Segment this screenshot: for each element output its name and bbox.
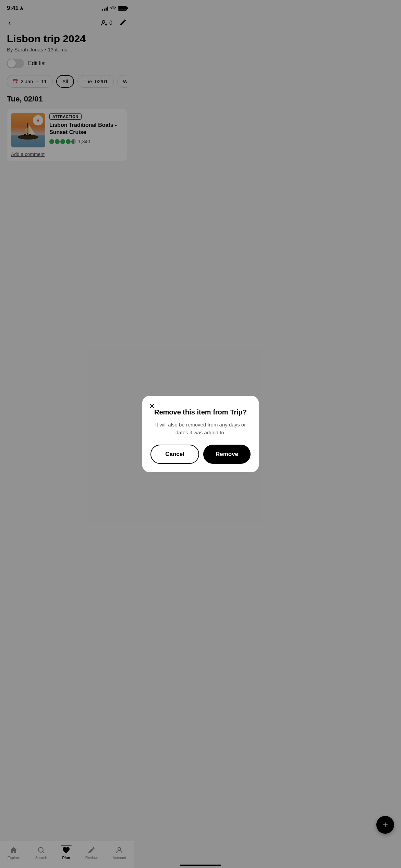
modal-overlay[interactable]: ✕ Remove this item from Trip? It will al… [0, 0, 134, 289]
